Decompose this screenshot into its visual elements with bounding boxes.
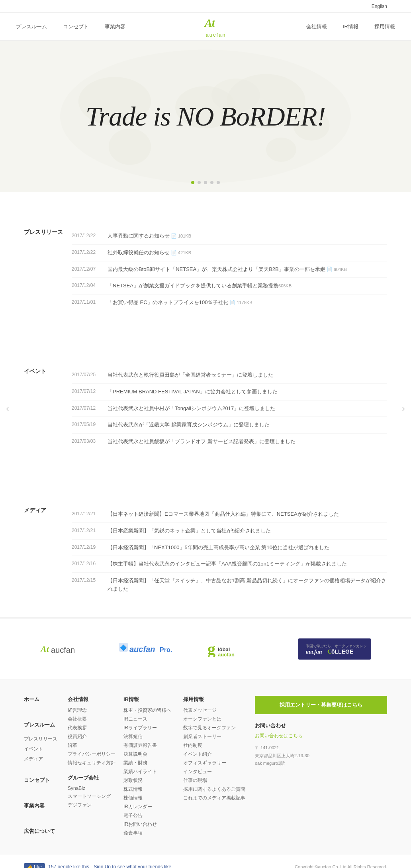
footer-col-ir: IR情報 株主・投資家の皆様へ IRニュース IRライブラリー 決算短信 有価証…: [123, 696, 175, 839]
nav-logo[interactable]: At aucfan: [204, 16, 228, 38]
facebook-like-bar: 👍 Like 157 people like this. Sign Up to …: [24, 863, 172, 868]
footer-recruit-title: 採用情報: [183, 696, 247, 703]
footer-recruit-gallery[interactable]: オフィスギャラリー: [183, 760, 247, 766]
footer-company-overview[interactable]: 会社概要: [68, 716, 115, 723]
brand-aucfan-link[interactable]: At aucfan: [40, 641, 88, 657]
nav-press[interactable]: プレスルーム: [16, 23, 47, 30]
carousel-next-button[interactable]: ›: [398, 399, 409, 418]
media-text-5: 【日本経済新聞】「任天堂『スイッチ』、中古品なお1割高 新品品切れ続く」にオーク…: [108, 577, 387, 593]
event-text-2: 「PREMIUM BRAND FESTIVAL JAPAN」に協力会社として参画…: [108, 388, 387, 396]
contact-link[interactable]: お問い合わせはこちら: [255, 733, 303, 738]
brand-aucfan-pro-link[interactable]: 🔷 aucfan Pro.: [119, 641, 175, 657]
footer-company-message[interactable]: 代表挨拶: [68, 725, 115, 731]
nav-concept[interactable]: コンセプト: [63, 23, 89, 30]
nav-recruit[interactable]: 採用情報: [374, 23, 395, 30]
nav-business[interactable]: 事業内容: [105, 23, 125, 30]
file-icon-5: 📄: [229, 300, 235, 305]
svg-text:Pro.: Pro.: [160, 646, 172, 653]
footer-ir-contact[interactable]: IRお問い合わせ: [123, 821, 175, 828]
footer-ir-briefing[interactable]: 決算説明会: [123, 751, 175, 758]
svg-text:aucfan: aucfan: [129, 645, 155, 654]
footer-ir-financial[interactable]: 財政状況: [123, 777, 175, 784]
footer-group-synabiz[interactable]: SynaBiz: [68, 786, 115, 791]
footer-col-recruit: 採用情報 代表メッセージ オークファンとは 数字で見るオークファン 創業者ストー…: [183, 696, 247, 839]
footer-recruit-interview[interactable]: インタビュー: [183, 768, 247, 775]
footer-company-privacy[interactable]: プライバシーポリシー: [68, 751, 115, 758]
press-text-1: 人事異動に関するお知らせ📄101KB: [108, 232, 387, 240]
footer-ir-library[interactable]: IRライブラリー: [123, 725, 175, 731]
brand-global-aucfan-link[interactable]: g lôbal aucfan: [207, 639, 266, 658]
carousel-dot-3[interactable]: [204, 181, 207, 184]
nav-company[interactable]: 会社情報: [306, 23, 327, 30]
press-text-4: 「NETSEA」が創業支援ガイドブックを提供している創業手帳と業務提携606KB: [108, 282, 387, 290]
press-date-4: 2017/12/04: [72, 282, 108, 288]
lang-english[interactable]: English: [372, 4, 387, 9]
carousel-dot-5[interactable]: [217, 181, 220, 184]
carousel-dot-1[interactable]: [191, 181, 194, 184]
carousel-prev-button[interactable]: ‹: [2, 399, 13, 418]
events-section: ‹ イベント 2017/07/25 当社代表武永と執行役員田島が「全国経営者セミ…: [0, 347, 411, 470]
footer-recruit-faq[interactable]: 採用に関するよくあるご質問: [183, 786, 247, 793]
events-label: イベント: [24, 367, 72, 450]
main-nav: プレスルーム コンセプト 事業内容 At aucfan 会社情報 IR情報 採用…: [0, 13, 411, 41]
footer-company-security[interactable]: 情報セキュリティ方針: [68, 760, 115, 766]
footer-group-smart[interactable]: スマートソーシング: [68, 793, 115, 800]
footer-ir-highlights[interactable]: 業績ハイライト: [123, 768, 175, 775]
press-item-2: 2017/12/22 社外取締役就任のお知らせ📄421KB: [72, 245, 387, 261]
address-zip: 〒 141-0021: [255, 744, 387, 752]
footer-recruit-ceo[interactable]: 代表メッセージ: [183, 707, 247, 714]
footer-company-philosophy[interactable]: 経営理念: [68, 707, 115, 714]
footer-ir-results[interactable]: 決算短信: [123, 733, 175, 740]
media-item-2: 2017/12/21 【日本産業新聞】「気鋭のネット企業」として当社が9紹介され…: [72, 523, 387, 540]
brand-global-aucfan-logo: g lôbal aucfan: [207, 639, 266, 658]
footer-recruit-story[interactable]: 創業者ストーリー: [183, 733, 247, 740]
footer-ir-electronic[interactable]: 電子公告: [123, 812, 175, 819]
svg-text:🔷: 🔷: [120, 644, 127, 651]
footer-company-officers[interactable]: 役員紹介: [68, 733, 115, 740]
svg-point-7: [266, 137, 296, 162]
carousel-dot-4[interactable]: [210, 181, 213, 184]
footer-concept-title: コンセプト: [24, 777, 60, 784]
svg-text:米国で学ぶなら、オークファンカレッジ: 米国で学ぶなら、オークファンカレッジ: [306, 644, 366, 648]
recruit-entry-button[interactable]: 採用エントリー・募集要項はこちら: [255, 696, 387, 714]
event-item-1: 2017/07/25 当社代表武永と執行役員田島が「全国経営者セミナー」に登壇し…: [72, 367, 387, 384]
footer-media[interactable]: メディア: [24, 756, 60, 762]
press-item-4: 2017/12/04 「NETSEA」が創業支援ガイドブックを提供している創業手…: [72, 278, 387, 295]
footer-recruit-media[interactable]: これまでのメディア掲載記事: [183, 795, 247, 801]
press-date-2: 2017/12/22: [72, 249, 108, 255]
press-item-1: 2017/12/22 人事異動に関するお知らせ📄101KB: [72, 228, 387, 245]
footer-ir-investors[interactable]: 株主・投資家の皆様へ: [123, 707, 175, 714]
footer-col-company: 会社情報 経営理念 会社概要 代表挨拶 役員紹介 沿革 プライバシーポリシー 情…: [68, 696, 115, 839]
footer-recruit-numbers[interactable]: 数字で見るオークファン: [183, 725, 247, 731]
footer-ir-disclaimer[interactable]: 免責事項: [123, 830, 175, 837]
footer-recruit-about[interactable]: オークファンとは: [183, 716, 247, 723]
facebook-like-button[interactable]: 👍 Like: [24, 863, 45, 868]
footer-recruit-system[interactable]: 社内制度: [183, 742, 247, 749]
contact-box: お問い合わせ お問い合わせはこちら: [255, 722, 387, 739]
hero-carousel-dots: [191, 181, 220, 184]
footer-ir-news[interactable]: IRニュース: [123, 716, 175, 723]
footer-ir-securities[interactable]: 有価証券報告書: [123, 742, 175, 749]
footer-company-history[interactable]: 沿革: [68, 742, 115, 749]
footer-events[interactable]: イベント: [24, 746, 60, 752]
footer-recruit-work[interactable]: 仕事の現場: [183, 777, 247, 784]
footer-company-title: 会社情報: [68, 696, 115, 703]
address-line1: 東京都品川区上大崎2-13-30: [255, 752, 387, 760]
footer-ir-stocks[interactable]: 株式情報: [123, 786, 175, 793]
event-text-4: 当社代表武永が「近畿大学 起業家育成シンポジウム」に登壇しました: [108, 421, 387, 429]
footer-col-home: ホーム プレスルーム プレスリリース イベント メディア コンセプト 事業内容 …: [24, 696, 60, 839]
carousel-dot-2[interactable]: [198, 181, 201, 184]
press-releases-section: プレスリリース 2017/12/22 人事異動に関するお知らせ📄101KB 20…: [0, 208, 411, 331]
nav-right: 会社情報 IR情報 採用情報: [306, 23, 395, 30]
footer-ir-stock-price[interactable]: 株価情報: [123, 795, 175, 801]
footer-press-releases[interactable]: プレスリリース: [24, 736, 60, 742]
nav-ir[interactable]: IR情報: [343, 23, 358, 30]
footer-ir-finance[interactable]: 業績・財務: [123, 760, 175, 766]
footer-group-digi[interactable]: デジファン: [68, 802, 115, 809]
footer-recruit-events[interactable]: イベント紹介: [183, 751, 247, 758]
brand-aucfan-college-link[interactable]: 米国で学ぶなら、オークファンカレッジ aucfan C ôLLEGE: [298, 638, 371, 660]
footer-ir-calendar[interactable]: IRカレンダー: [123, 803, 175, 810]
footer-bottom: 👍 Like 157 people like this. Sign Up to …: [0, 855, 411, 868]
press-date-1: 2017/12/22: [72, 232, 108, 238]
event-item-4: 2017/05/19 当社代表武永が「近畿大学 起業家育成シンポジウム」に登壇し…: [72, 417, 387, 434]
